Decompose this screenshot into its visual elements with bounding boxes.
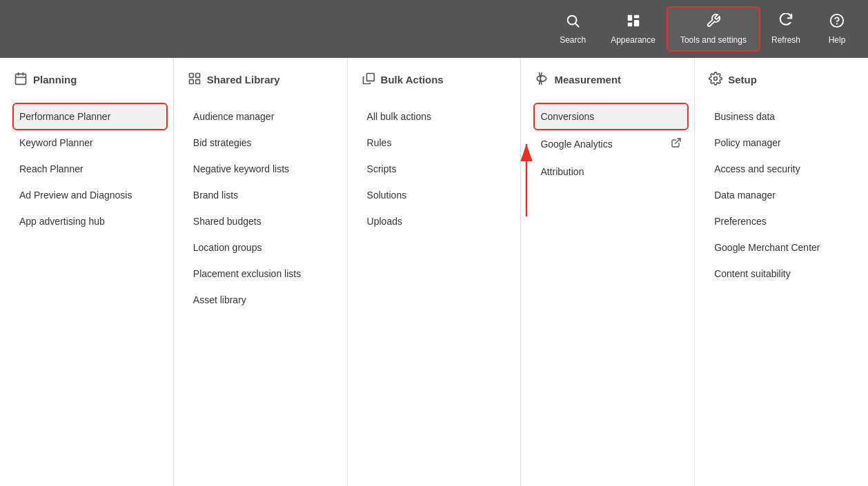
svg-point-0 [568, 15, 577, 24]
external-link-icon [671, 137, 682, 151]
setup-icon [709, 72, 722, 88]
topbar-refresh-label: Refresh [771, 35, 800, 45]
menu-item-ad-preview[interactable]: Ad Preview and Diagnosis [14, 183, 166, 207]
menu-item-rules[interactable]: Rules [362, 130, 514, 155]
menu-item-performance-planner[interactable]: Performance Planner [14, 104, 166, 129]
setup-header-label: Setup [728, 74, 757, 85]
svg-point-17 [537, 76, 546, 81]
svg-point-19 [714, 77, 718, 81]
svg-rect-13 [195, 74, 199, 78]
svg-rect-15 [195, 80, 199, 84]
menu-item-conversions[interactable]: Conversions [535, 104, 687, 129]
menu-item-content-suitability[interactable]: Content suitability [709, 261, 861, 286]
topbar-item-refresh[interactable]: Refresh [759, 8, 813, 50]
topbar-appearance-label: Appearance [611, 35, 655, 45]
menu-item-placement-exclusion[interactable]: Placement exclusion lists [188, 261, 340, 286]
menu-item-uploads[interactable]: Uploads [362, 209, 514, 234]
column-header-planning: Planning [14, 72, 166, 92]
menu-item-location-groups[interactable]: Location groups [188, 235, 340, 260]
column-header-bulk-actions: Bulk Actions [362, 72, 514, 92]
topbar-tools-label: Tools and settings [680, 35, 747, 45]
menu-item-google-merchant-center[interactable]: Google Merchant Center [709, 235, 861, 260]
column-planning: Planning Performance Planner Keyword Pla… [0, 58, 174, 486]
topbar-item-appearance[interactable]: Appearance [598, 8, 668, 50]
menu-item-all-bulk-actions[interactable]: All bulk actions [362, 104, 514, 129]
shared-library-icon [188, 72, 201, 88]
topbar: Search Appearance Tools and settings Ref… [0, 0, 868, 58]
topbar-item-search[interactable]: Search [547, 8, 598, 50]
menu-item-reach-planner[interactable]: Reach Planner [14, 156, 166, 181]
svg-rect-3 [633, 15, 638, 19]
topbar-help-label: Help [829, 35, 846, 45]
svg-rect-5 [633, 20, 638, 26]
menu-item-business-data[interactable]: Business data [709, 104, 861, 129]
column-bulk-actions: Bulk Actions All bulk actions Rules Scri… [348, 58, 522, 486]
svg-rect-16 [366, 74, 374, 81]
column-measurement: Measurement Conversions Google Analytics… [521, 58, 695, 486]
menu-item-solutions[interactable]: Solutions [362, 183, 514, 207]
menu-item-preferences[interactable]: Preferences [709, 209, 861, 234]
svg-rect-8 [16, 74, 26, 84]
measurement-header-label: Measurement [554, 74, 621, 85]
svg-rect-12 [189, 74, 193, 78]
menu-item-asset-library[interactable]: Asset library [188, 287, 340, 312]
column-header-setup: Setup [709, 72, 861, 92]
measurement-icon [535, 72, 549, 88]
tools-icon [706, 13, 721, 32]
column-shared-library: Shared Library Audience manager Bid stra… [174, 58, 348, 486]
topbar-item-tools[interactable]: Tools and settings [668, 8, 759, 50]
column-header-measurement: Measurement [535, 72, 687, 92]
menu-item-negative-keywords[interactable]: Negative keyword lists [188, 156, 340, 181]
bulk-actions-header-label: Bulk Actions [381, 74, 444, 85]
menu-item-policy-manager[interactable]: Policy manager [709, 130, 861, 155]
help-icon [829, 13, 845, 32]
svg-rect-14 [189, 80, 193, 84]
menu-item-bid-strategies[interactable]: Bid strategies [188, 130, 340, 155]
menu-item-data-manager[interactable]: Data manager [709, 183, 861, 207]
menu-area: Planning Performance Planner Keyword Pla… [0, 58, 868, 486]
svg-rect-2 [627, 15, 631, 21]
menu-item-scripts[interactable]: Scripts [362, 156, 514, 181]
menu-item-brand-lists[interactable]: Brand lists [188, 183, 340, 207]
bulk-actions-icon [362, 72, 375, 88]
svg-rect-4 [627, 23, 631, 27]
topbar-search-label: Search [560, 35, 586, 45]
search-icon [565, 13, 580, 32]
menu-item-keyword-planner[interactable]: Keyword Planner [14, 130, 166, 155]
planning-header-label: Planning [33, 74, 77, 85]
appearance-icon [626, 13, 641, 32]
planning-icon [14, 72, 28, 88]
svg-line-18 [675, 139, 680, 143]
refresh-icon [778, 13, 793, 32]
column-setup: Setup Business data Policy manager Acces… [695, 58, 868, 486]
menu-item-shared-budgets[interactable]: Shared budgets [188, 209, 340, 234]
svg-line-1 [575, 23, 579, 27]
column-header-shared-library: Shared Library [188, 72, 340, 92]
menu-item-app-advertising[interactable]: App advertising hub [14, 209, 166, 234]
shared-library-header-label: Shared Library [207, 74, 280, 85]
menu-item-access-security[interactable]: Access and security [709, 156, 861, 181]
menu-item-attribution[interactable]: Attribution [535, 159, 687, 184]
topbar-item-help[interactable]: Help [813, 8, 861, 50]
menu-item-google-analytics[interactable]: Google Analytics [535, 130, 687, 158]
menu-item-audience-manager[interactable]: Audience manager [188, 104, 340, 129]
